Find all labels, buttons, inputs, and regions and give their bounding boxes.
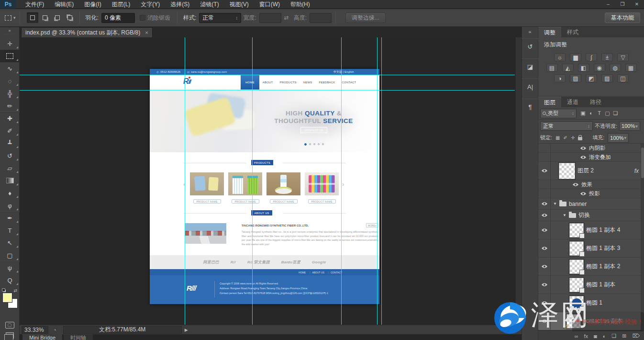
bottom-panel-tab[interactable]: Mini Bridge (22, 334, 62, 340)
effect-visibility-toggle[interactable] (580, 155, 587, 159)
character-panel-icon[interactable]: A| (522, 79, 538, 95)
layer-row[interactable]: 椭圆 1 副本 2 (538, 258, 644, 276)
layer-row[interactable]: 内阴影 (538, 144, 644, 153)
close-tab-icon[interactable]: × (145, 30, 148, 35)
layer-thumbnail[interactable] (559, 163, 575, 179)
history-brush-tool[interactable]: ↺ (0, 149, 20, 162)
visibility-toggle[interactable] (538, 180, 551, 189)
effect-visibility-toggle[interactable] (572, 182, 579, 187)
height-input[interactable] (310, 13, 332, 23)
layer-row[interactable]: 椭圆 1 副本 3 (538, 239, 644, 258)
layer-fx-badge[interactable]: fx (634, 168, 639, 174)
panel-tab[interactable]: 路径 (584, 97, 607, 107)
add-to-selection-button[interactable] (39, 12, 51, 23)
layer-name[interactable]: 内阴影 (589, 145, 606, 152)
menu-item[interactable]: 滤镜(T) (195, 0, 224, 9)
filter-pixel-layers-icon[interactable]: ▣ (579, 110, 587, 116)
delete-layer-icon[interactable]: ⌦ (632, 333, 640, 339)
layer-row[interactable]: 效果 (538, 180, 644, 189)
minimize-button[interactable]: – (601, 0, 615, 9)
visibility-toggle[interactable] (538, 153, 551, 161)
add-mask-icon[interactable]: ◙ (594, 333, 597, 339)
layer-thumbnail[interactable] (569, 296, 584, 310)
brush-tool[interactable]: ✐ (0, 125, 20, 137)
effect-visibility-toggle[interactable] (580, 146, 587, 150)
layer-row[interactable]: ⚠ contact us 副本 (538, 312, 644, 330)
crop-tool[interactable]: ╬ (0, 87, 20, 100)
quick-mask-button[interactable] (5, 322, 14, 329)
refine-edge-button[interactable]: 调整边缘... (345, 12, 386, 23)
quick-selection-tool[interactable]: ◌ (0, 75, 20, 87)
hue-saturation-icon[interactable]: ▤ (546, 64, 558, 72)
panel-tab[interactable]: 调整 (538, 27, 561, 37)
eraser-tool[interactable]: ▱ (0, 162, 20, 174)
lock-transparency-icon[interactable]: ▦ (555, 135, 560, 140)
foreground-color-swatch[interactable] (3, 293, 12, 302)
menu-item[interactable]: 文字(Y) (135, 0, 165, 9)
filter-type-layers-icon[interactable]: T (595, 110, 603, 116)
link-layers-icon[interactable]: ∞ (575, 333, 578, 339)
pen-tool[interactable]: ✒ (0, 212, 20, 224)
document-tab[interactable]: index.psd @ 33.3% (contact us 副本, RGB/8)… (21, 27, 153, 37)
type-tool[interactable]: T (0, 224, 20, 237)
dodge-tool[interactable]: φ (0, 199, 20, 212)
rectangular-marquee-tool[interactable] (0, 50, 20, 62)
layer-name[interactable]: 椭圆 1 副本 2 (586, 262, 620, 271)
posterize-icon[interactable]: ▨ (570, 74, 581, 82)
layer-style-icon[interactable]: fx (584, 333, 588, 339)
bottom-panel-tab[interactable]: 时间轴 (64, 334, 93, 340)
panel-tab[interactable]: 通道 (561, 97, 584, 107)
layer-row[interactable]: 图层 2 fx (538, 162, 644, 180)
panel-tab[interactable]: 样式 (561, 27, 584, 37)
visibility-toggle[interactable] (538, 210, 551, 221)
status-menu-arrow-icon[interactable]: ▶ (185, 328, 188, 332)
hand-tool[interactable]: ψ (0, 261, 20, 274)
new-selection-button[interactable] (27, 12, 38, 23)
menu-item[interactable]: 图层(L) (107, 0, 136, 9)
layer-row[interactable]: 椭圆 1 副本 (538, 276, 644, 294)
layers-scrollbar[interactable] (641, 144, 644, 330)
menu-item[interactable]: 编辑(E) (49, 0, 79, 9)
eyedropper-tool[interactable]: ✏ (0, 100, 20, 112)
effect-visibility-toggle[interactable] (580, 192, 587, 196)
history-panel-icon[interactable]: ↺ (522, 38, 538, 55)
new-group-icon[interactable]: ❏ (611, 333, 616, 339)
threshold-icon[interactable]: ◩ (586, 74, 597, 82)
photoshop-logo[interactable]: Ps (0, 0, 16, 9)
subtract-from-selection-button[interactable] (52, 12, 63, 23)
rounded-rectangle-tool[interactable]: ▢ (0, 249, 20, 261)
layer-name[interactable]: banner (569, 201, 587, 207)
layer-thumbnail[interactable] (569, 278, 584, 292)
layer-row[interactable]: 渐变叠加 (538, 153, 644, 162)
lock-all-icon[interactable] (578, 137, 582, 140)
visibility-toggle[interactable] (538, 144, 551, 152)
layer-name[interactable]: 投影 (589, 190, 600, 197)
opacity-field[interactable]: 100% ▾ (619, 121, 640, 131)
photo-filter-icon[interactable]: ◉ (594, 64, 605, 72)
layer-name[interactable]: 椭圆 1 副本 (586, 281, 615, 289)
visibility-toggle[interactable] (538, 189, 551, 198)
layer-thumbnail[interactable] (569, 241, 584, 256)
tools-panel-header[interactable]: » ······· (0, 27, 20, 37)
intersect-selection-button[interactable] (64, 12, 76, 23)
feather-input[interactable]: 0 像素 (101, 13, 135, 23)
canvas-area[interactable]: ✆0512-82909626 ✉sara.xu@rongweigroup.com… (20, 37, 522, 325)
layer-name[interactable]: 椭圆 1 副本 4 (586, 226, 620, 234)
clone-stamp-tool[interactable]: ┻ (0, 137, 20, 149)
filter-smart-objects-icon[interactable]: ❏ (611, 110, 620, 116)
selective-color-icon[interactable]: ◫ (617, 74, 629, 82)
visibility-toggle[interactable] (538, 198, 551, 209)
vibrance-icon[interactable]: ▽ (617, 53, 629, 61)
tool-preset-picker[interactable]: ▾ (5, 15, 16, 21)
layer-row[interactable]: 椭圆 1 副本 4 (538, 221, 644, 239)
layer-row[interactable]: ▼ 切换 (538, 210, 644, 221)
zoom-level-field[interactable]: 33.33% (22, 326, 48, 334)
blur-tool[interactable]: ♦ (0, 187, 20, 199)
blend-mode-select[interactable]: 正常 ↕ (540, 121, 593, 131)
menu-item[interactable]: 视图(V) (224, 0, 254, 9)
layer-name[interactable]: 渐变叠加 (589, 154, 611, 161)
filter-adjustment-layers-icon[interactable]: ◐ (587, 110, 595, 116)
visibility-toggle[interactable] (538, 162, 551, 180)
new-layer-icon[interactable]: ⊞ (622, 333, 626, 339)
layer-name[interactable]: 效果 (581, 181, 592, 188)
